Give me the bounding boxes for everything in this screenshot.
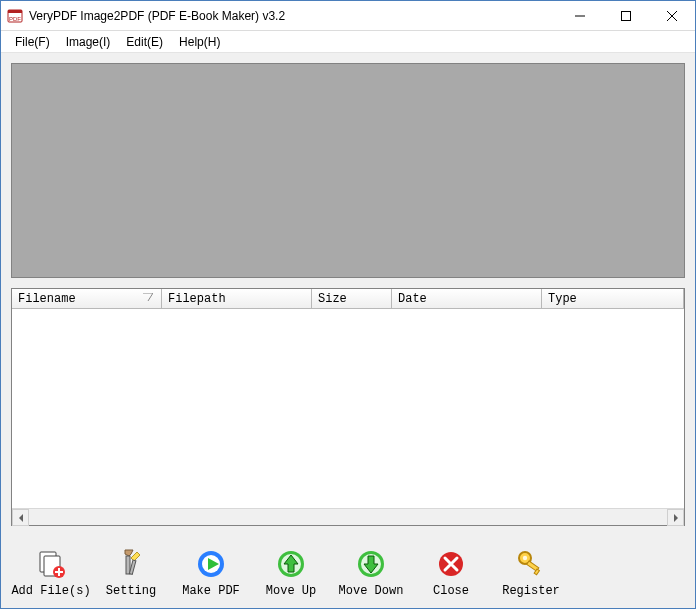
chevron-right-icon [674,514,678,522]
scroll-left-button[interactable] [12,509,29,526]
svg-rect-10 [126,556,130,574]
close-app-button[interactable]: Close [411,543,491,603]
listview-header: Filename Filepath Size Date Type [12,289,684,309]
column-label: Type [548,292,577,306]
file-listview[interactable]: Filename Filepath Size Date Type [11,288,685,526]
column-label: Filename [18,292,76,306]
minimize-button[interactable] [557,1,603,30]
move-up-button[interactable]: Move Up [251,543,331,603]
application-window: PDF VeryPDF Image2PDF (PDF E-Book Maker)… [0,0,696,609]
column-filename[interactable]: Filename [12,289,162,308]
move-down-icon [355,548,387,580]
svg-point-21 [523,556,527,560]
preview-pane [11,63,685,278]
toolbar: Add File(s) Setting Make PDF Move Up Mov [1,536,695,608]
menu-help[interactable]: Help(H) [171,33,228,51]
listview-body[interactable] [12,309,684,508]
svg-text:PDF: PDF [9,16,21,22]
svg-rect-1 [8,10,22,13]
menubar: File(F) Image(I) Edit(E) Help(H) [1,31,695,53]
make-pdf-icon [195,548,227,580]
svg-rect-4 [622,11,631,20]
scroll-right-button[interactable] [667,509,684,526]
column-filepath[interactable]: Filepath [162,289,312,308]
move-up-icon [275,548,307,580]
titlebar: PDF VeryPDF Image2PDF (PDF E-Book Maker)… [1,1,695,31]
close-circle-icon [435,548,467,580]
toolbar-label: Move Up [266,584,316,598]
column-label: Filepath [168,292,226,306]
column-label: Size [318,292,347,306]
toolbar-label: Add File(s) [11,584,90,598]
window-controls [557,1,695,30]
toolbar-label: Move Down [339,584,404,598]
chevron-left-icon [19,514,23,522]
setting-icon [115,548,147,580]
register-button[interactable]: Register [491,543,571,603]
column-date[interactable]: Date [392,289,542,308]
menu-image[interactable]: Image(I) [58,33,119,51]
column-type[interactable]: Type [542,289,684,308]
menu-file[interactable]: File(F) [7,33,58,51]
column-size[interactable]: Size [312,289,392,308]
menu-edit[interactable]: Edit(E) [118,33,171,51]
client-area: Filename Filepath Size Date Type [1,53,695,536]
sort-indicator-icon [143,293,153,307]
toolbar-label: Setting [106,584,156,598]
column-label: Date [398,292,427,306]
setting-button[interactable]: Setting [91,543,171,603]
move-down-button[interactable]: Move Down [331,543,411,603]
make-pdf-button[interactable]: Make PDF [171,543,251,603]
maximize-button[interactable] [603,1,649,30]
toolbar-label: Register [502,584,560,598]
scrollbar-track[interactable] [29,509,667,525]
toolbar-label: Make PDF [182,584,240,598]
add-files-button[interactable]: Add File(s) [11,543,91,603]
close-button[interactable] [649,1,695,30]
app-icon: PDF [7,8,23,24]
horizontal-scrollbar[interactable] [12,508,684,525]
add-files-icon [35,548,67,580]
window-title: VeryPDF Image2PDF (PDF E-Book Maker) v3.… [29,9,557,23]
toolbar-label: Close [433,584,469,598]
register-key-icon [515,548,547,580]
